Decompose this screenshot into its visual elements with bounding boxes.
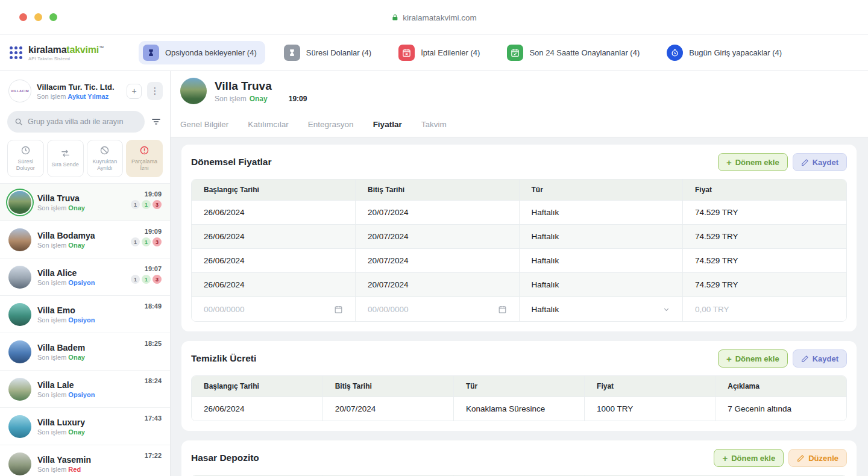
maximize-window-button[interactable]: [49, 13, 57, 21]
status-filter-chips: Opsiyonda bekleyenler (4) Süresi Dolanla…: [139, 41, 790, 64]
quick-filter-parcalama-izni[interactable]: Parçalama İzni: [126, 140, 163, 177]
save-button[interactable]: Kaydet: [793, 349, 847, 368]
villa-list-item-emo[interactable]: Villa Emo Son işlem Opsiyon 18:49: [0, 295, 170, 333]
filter-chip-opsiyonda-bekleyenler[interactable]: Opsiyonda bekleyenler (4): [139, 41, 265, 64]
edit-button[interactable]: Düzenle: [788, 449, 847, 467]
brand-logo: kiralamatakvimi™: [28, 45, 104, 55]
count-badges: 1 1 3: [131, 275, 162, 284]
tab-takvim[interactable]: Takvim: [421, 120, 447, 129]
address-bar[interactable]: kiralamatakvimi.com: [391, 13, 476, 22]
search-input[interactable]: [7, 111, 145, 133]
browser-chrome: kiralamatakvimi.com: [0, 0, 868, 35]
calendar-icon[interactable]: [498, 305, 507, 314]
brand-subtitle: API Takvim Sistemi: [28, 56, 104, 61]
minimize-window-button[interactable]: [34, 13, 42, 21]
status-badge: Red: [68, 466, 81, 473]
cleaning-fee-card: Temizlik Ücreti + Dönem ekle Kaydet: [181, 341, 857, 431]
status-badge: Opsiyon: [68, 391, 95, 398]
status-badge: Onay: [68, 428, 85, 436]
last-action-time: 19:09: [145, 190, 162, 198]
search-field[interactable]: [28, 117, 137, 126]
villa-photo: [180, 78, 207, 104]
villa-list-item-luxury[interactable]: Villa Luxury Son işlem Onay 17:43: [0, 407, 170, 445]
tab-entegrasyon[interactable]: Entegrasyon: [308, 120, 354, 129]
villa-list-item-bodamya[interactable]: Villa Bodamya Son işlem Onay 19:09 1 1 3: [0, 221, 170, 258]
add-period-button[interactable]: + Dönem ekle: [714, 449, 784, 467]
stopwatch-icon: [667, 45, 683, 61]
calendar-icon[interactable]: [334, 305, 343, 314]
periodic-prices-table: Başlangıç Tarihi Bitiş Tarihi Tür Fiyat …: [191, 179, 847, 322]
last-action-time: 17:22: [145, 452, 162, 459]
close-window-button[interactable]: [19, 13, 27, 21]
villa-list-item-lale[interactable]: Villa Lale Son işlem Opsiyon 18:24: [0, 370, 170, 407]
villa-list-item-badem[interactable]: Villa Badem Son işlem Onay 18:25: [0, 333, 170, 370]
tab-fiyatlar[interactable]: Fiyatlar: [373, 120, 402, 129]
last-action-time: 19:07: [145, 265, 162, 272]
filter-chip-son-24-saatte-onaylananlar[interactable]: Son 24 Saatte Onaylananlar (4): [503, 41, 648, 64]
start-date-input[interactable]: [204, 305, 329, 314]
alert-circle-icon: [139, 145, 149, 155]
table-row: 26/06/2024 20/07/2024 Haftalık 74.529 TR…: [192, 249, 846, 273]
main-panel: Villa Truva Son işlem Onay 19:09 Genel B…: [171, 71, 868, 476]
pencil-icon: [797, 454, 805, 462]
quick-filters: Süresi Doluyor Sıra Sende Kuyruktan Ayrı…: [0, 139, 170, 183]
villa-avatar: [8, 191, 31, 214]
type-select[interactable]: Haftalık: [532, 301, 671, 317]
chevron-down-icon: [662, 305, 670, 313]
slash-circle-icon: [99, 145, 110, 155]
quick-filter-suresi-doluyor[interactable]: Süresi Doluyor: [7, 140, 44, 177]
cleaning-fee-table: Başlangıç Tarihi Bitiş Tarihi Tür Fiyat …: [191, 375, 847, 421]
url-text: kiralamatakvimi.com: [403, 13, 476, 22]
villa-list-item-truva[interactable]: Villa Truva Son işlem Onay 19:09 1 1 3: [0, 183, 170, 221]
table-row: 26/06/2024 20/07/2024 Haftalık 74.529 TR…: [192, 225, 846, 249]
filter-chip-bugun-giris-yapacaklar[interactable]: Bugün Giriş yapacaklar (4): [662, 41, 790, 64]
add-period-button[interactable]: + Dönem ekle: [718, 349, 788, 368]
villa-header: Villa Truva Son işlem Onay 19:09: [171, 71, 868, 112]
villa-avatar: [8, 228, 31, 251]
villa-avatar: [8, 378, 31, 401]
end-date-input[interactable]: [368, 305, 493, 314]
screen: kiralamatakvimi.com kiralamatakvimi™ API…: [0, 0, 868, 476]
pencil-icon: [801, 158, 809, 166]
quick-filter-kuyruktan-ayrildi[interactable]: Kuyruktan Ayrıldı: [87, 140, 124, 177]
filter-chip-iptal-edilenler[interactable]: İptal Edilenler (4): [394, 41, 488, 64]
periodic-prices-card: Dönemsel Fiyatlar + Dönem ekle Kaydet: [181, 145, 857, 331]
sort-filter-icon[interactable]: [151, 116, 162, 127]
status-badge: Opsiyon: [68, 279, 95, 286]
quick-filter-sira-sende[interactable]: Sıra Sende: [47, 140, 84, 177]
save-button[interactable]: Kaydet: [793, 153, 847, 171]
company-last-action: Son işlem Aykut Yılmaz: [37, 93, 121, 100]
swap-arrows-icon: [60, 148, 71, 158]
hourglass-icon: [143, 45, 159, 61]
count-badges: 1 1 3: [131, 200, 162, 209]
last-action-time: 18:49: [145, 302, 162, 310]
villa-avatar: [8, 303, 31, 326]
add-company-button[interactable]: +: [127, 84, 142, 99]
table-header-row: Başlangıç Tarihi Bitiş Tarihi Tür Fiyat …: [192, 376, 846, 397]
villa-avatar: [8, 415, 31, 438]
page-title: Villa Truva: [215, 80, 307, 93]
tab-genel-bilgiler[interactable]: Genel Bilgiler: [180, 120, 228, 129]
villa-list-item-yasemin[interactable]: Villa Yasemin Son işlem Red 17:22: [0, 445, 170, 476]
card-title: Dönemsel Fiyatlar: [191, 157, 272, 168]
company-menu-button[interactable]: ⋮: [147, 82, 163, 100]
table-row: 26/06/2024 20/07/2024 Haftalık 74.529 TR…: [192, 201, 846, 225]
villa-avatar: [8, 453, 31, 475]
filter-chip-suresi-dolanlar[interactable]: Süresi Dolanlar (4): [280, 41, 380, 64]
tab-katilimcilar[interactable]: Katılımcılar: [248, 120, 289, 129]
search-icon: [14, 117, 23, 126]
villa-list-item-alice[interactable]: Villa Alice Son işlem Opsiyon 19:07 1 1 …: [0, 258, 170, 295]
window-controls: [19, 13, 57, 21]
card-title: Hasar Depozito: [191, 453, 259, 463]
calendar-check-icon: [507, 45, 523, 61]
table-header-row: Başlangıç Tarihi Bitiş Tarihi Tür Fiyat: [192, 180, 846, 201]
villa-avatar: [8, 266, 31, 289]
count-badges: 1 1 3: [131, 237, 162, 246]
company-card: VILLACIM Villacım Tur. Tic. Ltd. Son işl…: [0, 71, 170, 108]
add-period-button[interactable]: + Dönem ekle: [718, 153, 788, 171]
villa-list: Villa Truva Son işlem Onay 19:09 1 1 3: [0, 183, 170, 476]
villa-avatar: [8, 340, 31, 363]
app-grid-icon[interactable]: [10, 46, 22, 59]
price-input[interactable]: [695, 305, 834, 314]
pencil-icon: [801, 355, 809, 363]
